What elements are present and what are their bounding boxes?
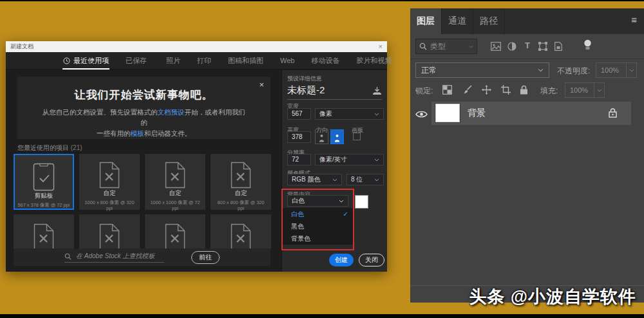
go-button[interactable]: 前往 — [191, 251, 220, 264]
close-button[interactable]: 关闭 — [359, 254, 384, 267]
file-x-icon — [231, 162, 251, 189]
lock-artboard-icon[interactable] — [501, 85, 511, 95]
portrait-icon — [319, 134, 325, 142]
layers-panel-tab-bar: 图层 通道 路径 ≡ — [410, 8, 644, 34]
tab-mobile[interactable]: 移动设备 — [303, 52, 348, 70]
hero-heading: 让我们开始尝试新事物吧。 — [17, 88, 270, 102]
background-contents-select[interactable]: 白色 — [287, 195, 348, 207]
panel-menu-icon[interactable]: ≡ — [631, 14, 637, 25]
orientation-portrait-button[interactable] — [315, 129, 328, 144]
watermark-text: 头条 @小波自学软件 — [469, 285, 636, 308]
layer-name: 背景 — [468, 108, 486, 119]
chevron-down-icon — [469, 45, 473, 48]
width-input[interactable]: 567 — [287, 108, 311, 120]
option-black[interactable]: 黑色 — [282, 220, 354, 232]
layer-visibility-eye-icon[interactable] — [415, 110, 428, 118]
lock-position-move-icon[interactable] — [482, 85, 491, 95]
color-mode-select[interactable]: RGB 颜色 — [287, 174, 342, 185]
recent-card[interactable] — [79, 214, 140, 248]
recent-card[interactable] — [211, 214, 271, 248]
filter-pixel-layers-icon[interactable] — [491, 42, 501, 51]
tab-film-video[interactable]: 胶片和视频 — [348, 52, 400, 70]
filter-toggle-icon[interactable] — [583, 39, 592, 50]
blend-mode-select[interactable]: 正常 — [415, 62, 549, 78]
recent-cards-row-1: 剪贴板 567 x 378 像素 @ 72 ppi 自定 1000 x 800 … — [14, 154, 271, 210]
hero-banner: × 让我们开始尝试新事物吧。 从您自己的文档设置、预先设置格式的文档预设开始，或… — [17, 77, 270, 139]
recent-card-custom-1[interactable]: 自定 1000 x 800 像素 @ 320 ppi — [79, 154, 140, 210]
chevron-down-icon — [339, 200, 344, 203]
chevron-down-icon — [332, 178, 337, 182]
stock-search-input[interactable]: 在 Adobe Stock 上查找模板 — [64, 252, 164, 263]
tab-web[interactable]: Web — [272, 52, 303, 70]
option-background-color[interactable]: 背景色 — [282, 232, 354, 245]
layer-lock-icon[interactable] — [609, 108, 617, 118]
recent-card-custom-3[interactable]: 自定 800 x 800 像素 @ 320 ppi — [211, 154, 271, 210]
tab-layers[interactable]: 图层 — [410, 8, 442, 34]
file-x-icon — [99, 222, 120, 248]
width-unit-select[interactable]: 像素 — [315, 108, 384, 120]
opacity-field[interactable]: 100% — [596, 62, 637, 78]
file-x-icon — [33, 222, 54, 248]
dialog-close-icon[interactable]: × — [379, 43, 383, 50]
filter-kind-select[interactable]: 类型 — [415, 39, 477, 54]
tab-channels[interactable]: 通道 — [442, 8, 473, 34]
height-input[interactable]: 378 — [287, 131, 311, 143]
tab-print[interactable]: 打印 — [189, 52, 220, 70]
landscape-icon — [334, 134, 340, 142]
background-color-swatch[interactable] — [355, 195, 368, 209]
fill-label: 填充: — [540, 86, 558, 97]
dialog-main-area: × 让我们开始尝试新事物吧。 从您自己的文档设置、预先设置格式的文档预设开始，或… — [6, 70, 281, 272]
tab-photo[interactable]: 照片 — [158, 52, 189, 70]
lock-pixels-brush-icon[interactable] — [462, 85, 472, 95]
dialog-title: 新建文档 — [10, 42, 33, 51]
filter-smart-objects-icon[interactable] — [554, 42, 562, 51]
fill-field[interactable]: 100% — [565, 82, 605, 98]
new-document-dialog: 新建文档 × 最近使用项 已保存 照片 打印 图稿和插图 Web 移动设备 胶片… — [6, 41, 387, 272]
recent-cards-row-2 — [14, 214, 271, 248]
recent-card-custom-2[interactable]: 自定 1000 x 1000 像素 @ 72 ppi — [145, 154, 205, 210]
top-border-strip — [0, 0, 644, 1]
background-layer-row[interactable]: 背景 — [431, 102, 631, 125]
layers-panel: 图层 通道 路径 ≡ 类型 T 正常 不透明度: 100% 锁定: 填充: 10… — [410, 8, 644, 303]
save-preset-icon[interactable] — [372, 87, 382, 95]
separator — [410, 59, 644, 59]
opacity-label: 不透明度: — [557, 66, 590, 77]
layer-thumbnail[interactable] — [435, 104, 460, 122]
document-name-field[interactable]: 未标题-2 — [287, 84, 325, 95]
templates-link[interactable]: 模板 — [131, 129, 144, 137]
background-options-dropdown: 白色 ✓ 黑色 背景色 — [282, 208, 354, 245]
orientation-landscape-button[interactable] — [330, 129, 344, 144]
lock-transparency-icon[interactable] — [442, 85, 452, 95]
hero-close-icon[interactable]: × — [259, 80, 264, 89]
clipboard-check-icon — [33, 162, 55, 191]
chevron-down-icon — [626, 63, 636, 77]
dialog-tab-bar: 最近使用项 已保存 照片 打印 图稿和插图 Web 移动设备 胶片和视频 — [6, 52, 387, 70]
bit-depth-select[interactable]: 8 位 — [346, 174, 384, 185]
lock-all-icon[interactable] — [520, 85, 528, 95]
create-button[interactable]: 创建 — [329, 254, 354, 267]
recent-card[interactable] — [145, 214, 205, 248]
filter-adjustment-layers-icon[interactable] — [507, 42, 516, 51]
tab-art-illustration[interactable]: 图稿和插图 — [220, 52, 272, 70]
search-icon — [419, 42, 427, 50]
tab-saved[interactable]: 已保存 — [117, 52, 155, 70]
tab-recent[interactable]: 最近使用项 — [55, 52, 117, 70]
check-icon: ✓ — [343, 210, 348, 218]
option-white[interactable]: 白色 ✓ — [282, 208, 354, 220]
filter-type-layers-icon[interactable]: T — [525, 41, 530, 50]
tab-paths[interactable]: 路径 — [473, 8, 505, 34]
chevron-down-icon — [538, 68, 544, 72]
resolution-input[interactable]: 72 — [287, 154, 311, 165]
recent-items-count: (21) — [71, 144, 82, 151]
recent-items-label: 您最近使用的项目 (21) — [17, 144, 82, 153]
chevron-down-icon — [594, 83, 604, 97]
stock-search-placeholder: 在 Adobe Stock 上查找模板 — [76, 252, 155, 261]
search-icon — [64, 253, 71, 260]
resolution-unit-select[interactable]: 像素/英寸 — [315, 154, 384, 165]
artboards-checkbox[interactable] — [353, 133, 361, 140]
recent-card[interactable] — [14, 214, 74, 248]
chevron-down-icon — [374, 158, 379, 162]
recent-card-clipboard[interactable]: 剪贴板 567 x 378 像素 @ 72 ppi — [14, 154, 74, 210]
doc-preset-link[interactable]: 文档预设 — [158, 108, 185, 116]
filter-shape-layers-icon[interactable] — [538, 42, 547, 51]
